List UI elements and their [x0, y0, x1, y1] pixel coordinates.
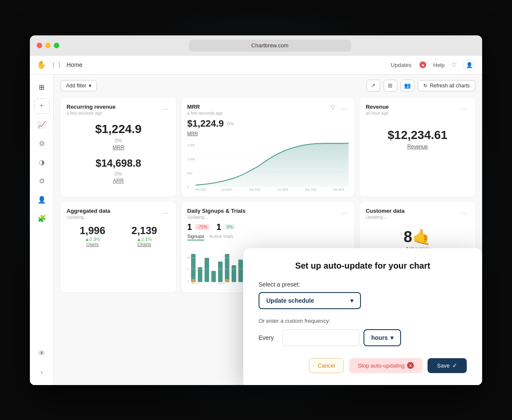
card-customer-title: Customer data: [366, 208, 404, 214]
sidebar-item-settings[interactable]: ⚙: [34, 174, 49, 189]
team-icon: 👥: [404, 82, 411, 89]
card-recurring-header: Recurring revenue a few seconds ago …: [67, 104, 170, 116]
minimize-button[interactable]: [45, 43, 51, 48]
card-signups-menu[interactable]: …: [338, 208, 349, 215]
charts-value: 2,139: [131, 225, 157, 237]
users-label[interactable]: Users: [80, 242, 105, 247]
svg-text:Apr 2022: Apr 2022: [195, 188, 206, 190]
card-signups-header: Daily Signups & Trials Updating... …: [187, 208, 349, 220]
auto-update-modal: Set up auto-update for your chart Select…: [243, 248, 482, 385]
unit-dropdown-button[interactable]: hours ▾: [364, 329, 401, 346]
card-aggregated: Aggregated data Updating... … 1,996 ▲0.3…: [61, 202, 176, 293]
address-bar[interactable]: Chartbrew.com: [189, 40, 351, 52]
card-customer-menu[interactable]: …: [459, 208, 469, 215]
svg-text:Oct 2022: Oct 2022: [277, 188, 288, 190]
frequency-row: Every hours ▾: [259, 329, 467, 346]
card-signups-title: Daily Signups & Trials: [187, 208, 246, 214]
tab-trials[interactable]: Active trials: [209, 234, 233, 240]
stop-auto-update-button[interactable]: Stop auto-updating ✕: [349, 358, 422, 373]
revenue-label[interactable]: Revenue: [366, 144, 469, 150]
users-pct: ▲0.3%: [80, 237, 105, 242]
refresh-all-button[interactable]: ↻ Refresh all charts: [418, 80, 475, 91]
svg-text:0: 0: [187, 185, 189, 189]
svg-text:500: 500: [187, 171, 192, 175]
sidebar-item-integrations[interactable]: 🧩: [34, 211, 49, 226]
fullscreen-button[interactable]: [54, 43, 59, 48]
svg-rect-21: [238, 259, 243, 282]
svg-text:Aug 2022: Aug 2022: [249, 188, 261, 190]
card-aggregated-subtitle: Updating...: [67, 215, 111, 220]
sidebar-item-preview[interactable]: 👁: [34, 346, 49, 361]
card-mrr-menu[interactable]: …: [338, 104, 349, 111]
card-customer-header: Customer data Updating... …: [366, 208, 469, 220]
card-mrr-subtitle: a few seconds ago: [187, 111, 223, 116]
nav-home-title: Home: [67, 61, 82, 68]
url-text: Chartbrew.com: [251, 42, 288, 49]
revenue-big-value: $12,234.61: [366, 128, 469, 142]
save-button[interactable]: Save ✓: [428, 358, 467, 373]
signups-badge: -75%: [195, 224, 209, 230]
card-recurring-mrr-value: $1,224.9: [67, 122, 170, 136]
svg-rect-19: [225, 254, 230, 282]
close-button[interactable]: [37, 43, 42, 48]
card-revenue-menu[interactable]: …: [459, 104, 469, 111]
stop-label: Stop auto-updating: [358, 362, 404, 369]
grid-icon: ⋮⋮: [50, 61, 62, 68]
sidebar-item-analytics[interactable]: 📈: [34, 117, 49, 133]
sidebar-item-dashboard[interactable]: ⊞: [34, 80, 49, 95]
help-label[interactable]: Help: [433, 62, 445, 68]
table-icon: ⊞: [388, 82, 393, 89]
frequency-number-input[interactable]: [282, 329, 359, 346]
card-recurring-mrr-label[interactable]: MRR: [67, 145, 170, 151]
svg-rect-15: [198, 267, 202, 282]
refresh-label: Refresh all charts: [430, 83, 470, 89]
svg-text:1,000: 1,000: [187, 157, 195, 161]
preset-dropdown-button[interactable]: Update schedule ▾: [259, 292, 361, 309]
svg-text:Jun 2022: Jun 2022: [221, 188, 232, 190]
preset-label: Select a preset:: [259, 281, 467, 288]
refresh-icon: ↻: [423, 83, 428, 89]
cancel-button[interactable]: Cancel: [309, 358, 344, 373]
sidebar: ⊞ + 📈 ⚙ ◑ ⚙ 👤 🧩 👁 ›: [30, 75, 54, 385]
svg-text:5: 5: [187, 267, 189, 270]
sidebar-item-users[interactable]: 👤: [34, 192, 49, 208]
sidebar-item-add[interactable]: +: [34, 98, 49, 114]
aggregated-values: 1,996 ▲0.3% Users 2,139 ▲2.1% Charts: [67, 225, 170, 247]
card-signups-subtitle: Updating...: [187, 215, 246, 220]
sidebar-item-charts[interactable]: ◑: [34, 155, 49, 170]
cards-row-1: Recurring revenue a few seconds ago … $1…: [61, 98, 475, 197]
user-avatar-icon[interactable]: 👤: [463, 59, 475, 71]
custom-frequency-label: Or enter a custom frequency:: [259, 318, 467, 324]
card-revenue-title: Revenue: [366, 104, 389, 110]
svg-rect-29: [225, 279, 230, 282]
svg-text:Jan 3: Jan 3: [191, 281, 198, 284]
card-recurring-menu[interactable]: …: [160, 104, 170, 111]
charts-label[interactable]: Charts: [131, 242, 157, 247]
svg-text:Feb 2023: Feb 2023: [333, 188, 344, 190]
svg-text:0: 0: [187, 279, 189, 282]
card-mrr-title: MRR: [187, 104, 223, 110]
add-filter-button[interactable]: Add filter ▾: [61, 80, 97, 91]
share-button[interactable]: ↗: [367, 80, 380, 92]
trials-badge: 0%: [224, 224, 235, 230]
card-aggregated-menu[interactable]: …: [160, 208, 170, 215]
aggregated-users: 1,996 ▲0.3% Users: [80, 225, 105, 247]
mrr-filter-icon[interactable]: ▽: [331, 104, 335, 110]
users-value: 1,996: [80, 225, 105, 237]
sidebar-item-filter[interactable]: ⚙: [34, 136, 49, 151]
every-label: Every: [259, 334, 278, 341]
preset-btn-label: Update schedule: [266, 297, 314, 304]
tab-signups[interactable]: Signups: [187, 234, 204, 240]
mrr-chart-area: 0 500 1,000 1,500: [187, 139, 349, 191]
team-button[interactable]: 👥: [401, 80, 414, 92]
svg-rect-18: [218, 261, 223, 282]
updates-label[interactable]: Updates: [391, 62, 411, 68]
card-recurring-arr-label[interactable]: ARR: [67, 178, 170, 184]
table-view-button[interactable]: ⊞: [384, 80, 397, 92]
card-recurring-subtitle: a few seconds ago: [67, 111, 116, 116]
sidebar-item-expand[interactable]: ›: [34, 365, 49, 380]
dashboard-toolbar: Add filter ▾ ↗ ⊞ 👥: [61, 80, 475, 92]
mrr-label[interactable]: MRR: [187, 131, 349, 136]
mrr-value-row: $1,224.9 0%: [187, 118, 349, 129]
aggregated-charts: 2,139 ▲2.1% Charts: [131, 225, 157, 247]
